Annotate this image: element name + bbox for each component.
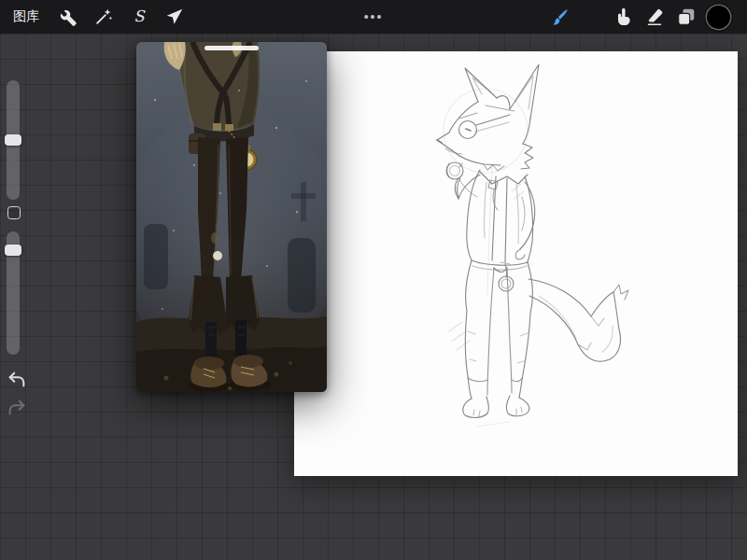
selection-button[interactable]: S: [121, 3, 157, 31]
smudge-finger-icon: [613, 7, 633, 27]
undo-icon: [7, 370, 27, 390]
modify-button[interactable]: [7, 206, 21, 219]
eraser-icon: [644, 7, 665, 27]
toolbar-right-group: [543, 3, 747, 31]
magic-wand-icon: [93, 7, 114, 27]
procreate-app: 图库 S: [0, 0, 747, 560]
transform-button[interactable]: [157, 3, 192, 31]
workspace-background: [0, 34, 747, 560]
top-toolbar: 图库 S: [0, 0, 747, 34]
canvas-options-button[interactable]: •••: [364, 9, 384, 24]
svg-text:S: S: [134, 7, 146, 25]
undo-button[interactable]: [7, 370, 27, 390]
color-swatch-button[interactable]: [702, 3, 734, 31]
redo-icon: [7, 398, 27, 418]
drawing-canvas[interactable]: [294, 51, 738, 476]
brush-size-handle[interactable]: [5, 134, 21, 146]
selection-s-icon: S: [129, 7, 149, 27]
transform-arrow-icon: [164, 7, 185, 27]
reference-image-panel[interactable]: [136, 42, 327, 392]
erase-tool-button[interactable]: [639, 3, 670, 31]
fox-character-sketch: [294, 51, 738, 476]
actions-button[interactable]: [50, 3, 86, 31]
wrench-icon: [58, 7, 78, 27]
brush-opacity-handle[interactable]: [5, 245, 21, 256]
paint-tool-button[interactable]: [543, 3, 575, 31]
current-color-swatch: [707, 6, 730, 29]
adjustments-button[interactable]: [86, 3, 121, 31]
reference-character-painting: [136, 42, 327, 392]
layers-icon: [676, 7, 697, 27]
gallery-button[interactable]: 图库: [11, 8, 50, 25]
reference-drag-handle[interactable]: [204, 46, 259, 50]
smudge-tool-button[interactable]: [607, 3, 639, 31]
redo-button[interactable]: [7, 398, 27, 418]
paintbrush-icon: [549, 7, 571, 28]
toolbar-left-group: 图库 S: [0, 3, 192, 31]
layers-button[interactable]: [670, 3, 702, 31]
